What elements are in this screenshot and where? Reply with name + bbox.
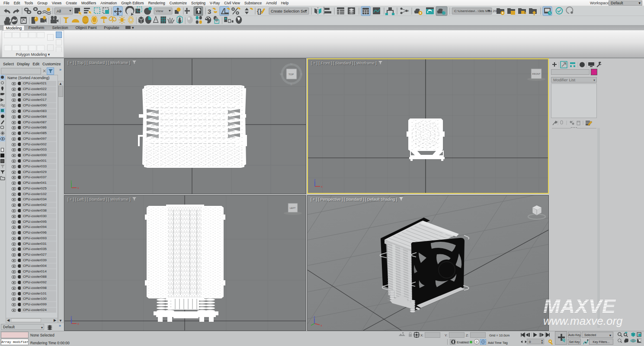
svg-text:x: x bbox=[321, 185, 323, 188]
svg-text:z: z bbox=[314, 315, 315, 318]
svg-text:View: View bbox=[156, 9, 163, 13]
svg-text:FRONT: FRONT bbox=[532, 73, 541, 75]
svg-text:y: y bbox=[70, 179, 72, 183]
svg-text:E: E bbox=[301, 73, 303, 76]
svg-text:x: x bbox=[77, 322, 79, 325]
svg-text:W: W bbox=[280, 73, 283, 76]
svg-text:z: z bbox=[70, 315, 72, 318]
svg-text:S: S bbox=[290, 83, 292, 86]
svg-text:z: z bbox=[314, 178, 316, 181]
svg-text:TOP: TOP bbox=[288, 73, 294, 76]
svg-text:LEFT: LEFT bbox=[290, 207, 296, 209]
svg-text:C:\Users\davi...\3ds Max 202: C:\Users\davi...\3ds Max 202 bbox=[454, 9, 499, 13]
svg-text:x: x bbox=[320, 324, 322, 327]
svg-text:x: x bbox=[77, 186, 79, 189]
svg-text:3: 3 bbox=[208, 8, 211, 15]
svg-text:Create Selection Set: Create Selection Set bbox=[271, 9, 307, 13]
svg-text:N: N bbox=[290, 63, 292, 66]
svg-text:x: x bbox=[407, 9, 409, 12]
svg-text:All: All bbox=[57, 9, 61, 13]
